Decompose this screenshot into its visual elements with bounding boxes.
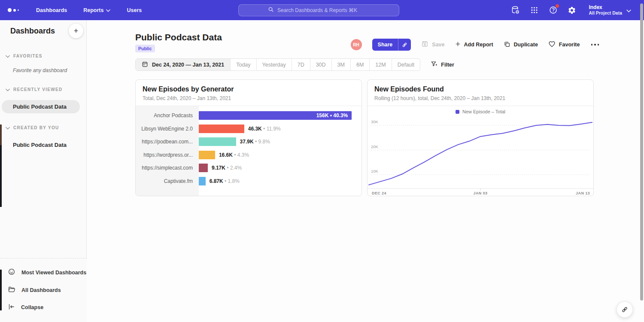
date-toolbar: Dec 24, 2020 — Jan 13, 2021 TodayYesterd…	[135, 58, 454, 71]
save-button[interactable]: Save	[421, 40, 444, 49]
project-subtitle: All Project Data	[589, 10, 622, 16]
sidebar-section-header[interactable]: CREATED BY YOU	[0, 118, 87, 136]
folder-icon	[8, 286, 15, 295]
bar-track: 156K • 40.3%	[199, 111, 361, 120]
sidebar-section-label: FAVORITES	[13, 54, 43, 58]
project-switcher[interactable]: Index All Project Data	[589, 4, 631, 16]
favorite-button[interactable]: Favorite	[548, 40, 580, 49]
search-input[interactable]	[277, 7, 370, 13]
bar-category-label: https://podbean.com...	[136, 139, 199, 145]
bar-category-label: https://wordpress.or...	[136, 152, 199, 158]
line-chart-header: New Episodes Found Rolling (12 hours), t…	[368, 80, 593, 106]
sidebar-footer: Most Viewed DashboardsAll DashboardsColl…	[0, 258, 87, 322]
data-sources-icon[interactable]	[510, 6, 520, 15]
duplicate-label: Duplicate	[514, 42, 538, 48]
date-preset-today[interactable]: Today	[231, 59, 256, 70]
bar-value-label: 46.3K • 11.9%	[248, 126, 281, 132]
legend: New Episode – Total	[368, 106, 593, 117]
sidebar-item[interactable]: Public Podcast Data	[2, 100, 80, 113]
bar	[199, 125, 244, 133]
date-preset-3m[interactable]: 3M	[332, 59, 351, 70]
bar	[199, 177, 206, 185]
nav-item-reports[interactable]: Reports	[83, 7, 110, 13]
sidebar-title: Dashboards	[10, 27, 55, 36]
sidebar-section-header[interactable]: FAVORITES	[0, 46, 87, 64]
save-label: Save	[432, 42, 444, 48]
line-series	[369, 122, 592, 185]
date-preset-6m[interactable]: 6M	[351, 59, 370, 70]
app-logo-icon[interactable]	[8, 8, 25, 12]
date-preset-12m[interactable]: 12M	[370, 59, 392, 70]
chevron-down-icon	[6, 52, 10, 60]
bar-track: 46.3K • 11.9%	[199, 125, 361, 133]
bar-value-label: 156K • 40.3%	[316, 112, 352, 118]
apps-grid-icon[interactable]	[529, 6, 539, 15]
vertical-scrollbar[interactable]	[640, 3, 643, 301]
add-dashboard-button[interactable]: +	[69, 24, 83, 38]
sidebar-section-header[interactable]: RECENTLY VIEWED	[0, 79, 87, 97]
svg-text:10K: 10K	[371, 169, 379, 173]
share-link-icon[interactable]	[398, 39, 411, 51]
bar-row: https://simplecast.com9.17K • 2.4%	[136, 161, 361, 175]
settings-gear-icon[interactable]	[567, 6, 577, 15]
line-chart-canvas: 10K20K30KDEC 24JAN 03JAN 13	[368, 117, 593, 196]
sidebar-item[interactable]: Public Podcast Data	[2, 138, 80, 152]
copy-link-floating-button[interactable]	[617, 301, 633, 318]
sidebar-section-label: CREATED BY YOU	[13, 125, 59, 130]
add-report-button[interactable]: Add Report	[455, 41, 493, 48]
duplicate-button[interactable]: Duplicate	[504, 41, 538, 49]
bar-row: Anchor Podcasts156K • 40.3%	[136, 109, 361, 122]
legend-swatch	[456, 110, 459, 114]
smiley-icon	[8, 268, 15, 277]
bar-chart-header: New Episodes by Generator Total, Dec 24t…	[136, 80, 361, 106]
bar-row: Libsyn WebEngine 2.046.3K • 11.9%	[136, 122, 361, 136]
avatar[interactable]: RH	[351, 39, 362, 50]
line-chart-card: New Episodes Found Rolling (12 hours), t…	[367, 79, 594, 196]
filter-button[interactable]: Filter	[431, 61, 454, 69]
bar-category-label: https://simplecast.com	[136, 165, 199, 171]
favorite-label: Favorite	[559, 42, 580, 48]
bar-value-label: 6.87K • 1.8%	[210, 178, 240, 184]
svg-text:JAN 03: JAN 03	[474, 191, 488, 195]
filter-funnel-icon	[431, 61, 437, 69]
date-preset-30d[interactable]: 30D	[310, 59, 332, 70]
date-preset-7d[interactable]: 7D	[292, 59, 310, 70]
svg-text:30K: 30K	[371, 119, 379, 124]
chevron-down-icon	[626, 6, 631, 14]
date-range-label: Dec 24, 2020 — Jan 13, 2021	[152, 62, 224, 68]
nav-item-dashboards[interactable]: Dashboards	[36, 7, 67, 13]
sidebar-footer-item[interactable]: Collapse	[0, 299, 87, 316]
global-search[interactable]	[238, 4, 399, 16]
bar	[199, 151, 215, 159]
line-chart-svg: 10K20K30KDEC 24JAN 03JAN 13	[368, 117, 593, 198]
sidebar-footer-item[interactable]: Most Viewed Dashboards	[0, 264, 87, 281]
header-actions: RH Share Save	[351, 39, 600, 51]
share-label: Share	[372, 39, 398, 51]
bar-track: 16.6K • 4.3%	[199, 151, 361, 159]
primary-nav: DashboardsReportsUsers	[36, 7, 142, 13]
bar-track: 9.17K • 2.4%	[199, 164, 361, 172]
nav-item-users[interactable]: Users	[127, 7, 142, 13]
bar-track: 37.9K • 9.8%	[199, 137, 361, 146]
sidebar-section-label: RECENTLY VIEWED	[13, 87, 63, 92]
sidebar-footer-label: Collapse	[21, 304, 43, 310]
bar-category-label: Anchor Podcasts	[136, 112, 199, 118]
calendar-icon	[142, 61, 148, 69]
svg-text:DEC 24: DEC 24	[372, 191, 386, 195]
more-options-button[interactable]	[590, 42, 600, 47]
sidebar-footer-item[interactable]: All Dashboards	[0, 281, 87, 299]
bar-value-label: 16.6K • 4.3%	[219, 152, 249, 158]
bar-chart-title: New Episodes by Generator	[143, 85, 355, 93]
share-button[interactable]: Share	[372, 39, 411, 51]
bar-row: https://podbean.com...37.9K • 9.8%	[136, 135, 361, 149]
sidebar: Dashboards + FAVORITESFavorite any dashb…	[0, 20, 87, 322]
bar	[199, 137, 236, 146]
help-icon[interactable]	[548, 6, 558, 15]
search-icon	[268, 6, 274, 14]
line-chart-plot: New Episode – Total 10K20K30KDEC 24JAN 0…	[368, 106, 593, 196]
legend-label: New Episode – Total	[462, 109, 505, 114]
date-range-button[interactable]: Dec 24, 2020 — Jan 13, 2021	[136, 59, 231, 70]
page-title: Public Podcast Data	[135, 32, 222, 43]
date-preset-yesterday[interactable]: Yesterday	[257, 59, 292, 70]
date-preset-default[interactable]: Default	[392, 59, 420, 70]
